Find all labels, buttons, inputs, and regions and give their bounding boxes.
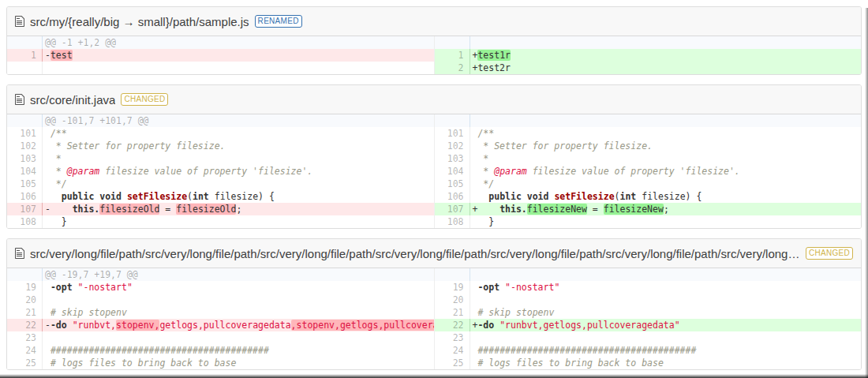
hunk-header-row [435,114,862,127]
file-name: src/my/{really/big → small}/path/sample.… [30,15,249,28]
hunk-header [470,114,862,127]
code-segment: int [193,191,209,202]
code-segment: * [473,166,495,177]
diff-row: 23 [7,331,434,344]
line-number: 104 [7,165,43,178]
line-number: 1 [7,49,43,62]
code-line: * @param filesize value of property 'fil… [43,165,434,178]
code-segment: int [620,191,637,202]
diff-row: 102 * Setter for property filesize. [435,140,862,152]
diff-table: @@ -19,7 +19,7 @@19 -opt "-nostart"2021 … [7,268,861,369]
code-segment: ; [236,204,241,215]
line-number: 25 [7,357,43,369]
code-segment: @param [494,166,527,177]
code-line: * [470,152,862,165]
code-segment: + [473,204,500,215]
line-number: 25 [435,357,470,369]
code-line: ######################################## [43,344,434,357]
diff-row: 103 * [435,152,862,165]
file-panel-init-java: src/core/init.java CHANGED @@ -101,7 +10… [6,84,862,229]
line-number: 23 [435,331,470,344]
code-segment [45,345,51,356]
code-line: * @param filesize value of property 'fil… [470,165,862,178]
code-segment: = [159,204,176,215]
code-line: * Setter for property filesize. [43,140,434,152]
line-number: 105 [7,178,43,190]
line-number: 106 [435,190,470,203]
diff-row: 23 [435,331,862,344]
code-line: */ [470,178,862,190]
code-segment: @@ -19,7 +19,7 @@ [45,269,138,280]
code-segment: * [45,166,67,177]
code-segment: # logs files to bring back to base [477,357,663,369]
word-diff-highlight: test1r [477,50,511,61]
diff-table: @@ -1 +1,2 @@1-test1+test1r2+test2r [7,36,861,74]
diff-row: 2+test2r [435,62,862,74]
diff-row: 1+test1r [435,49,862,62]
code-line: # logs files to bring back to base [43,357,434,369]
code-segment [45,357,51,369]
screenshot-edge-shadow-bottom [0,374,868,378]
diff-pane-right: 1+test1r2+test2r [434,36,862,74]
diff-row: 25 # logs files to bring back to base [7,357,434,369]
line-number: 105 [435,178,470,190]
diff-row: 101 /** [7,127,434,140]
diff-row: 19 -opt "-nostart" [7,281,434,294]
diff-table: @@ -101,7 +101,7 @@101 /**102 * Setter f… [7,114,861,228]
diff-pane-left: @@ -1 +1,2 @@1-test [7,36,434,74]
diff-pane-right: 19 -opt "-nostart"2021 # skip stopenv22+… [434,268,862,369]
diff-row: 104 * @param filesize value of property … [435,165,862,178]
diff-row: 20 [435,294,862,306]
code-segment: # skip stopenv [477,307,554,318]
code-line: */ [43,178,434,190]
code-line: public void setFilesize(int filesize) { [43,190,434,203]
code-line: - this.filesizeOld = filesizeOld; [43,203,434,215]
code-line: public void setFilesize(int filesize) { [470,190,862,203]
line-number [7,36,43,49]
file-status-badge: CHANGED [121,93,168,106]
code-segment: -do [51,320,67,331]
file-icon [15,15,24,28]
line-number: 102 [435,140,470,152]
hunk-header-row: @@ -101,7 +101,7 @@ [7,114,434,127]
code-segment: setFilesize [554,191,614,202]
diff-row: 21 # skip stopenv [435,306,862,319]
code-segment: +test2r [473,62,511,73]
file-status-badge: RENAMED [255,15,302,28]
line-number: 101 [7,127,43,140]
diff-row: 108 } [7,215,434,228]
code-segment: # logs files to bring back to base [51,357,236,369]
diff-row: 106 public void setFilesize(int filesize… [7,190,434,203]
code-line: /** [43,127,434,140]
diff-row: 103 * [7,152,434,165]
code-segment: # skip stopenv [51,307,127,318]
line-number: 24 [7,344,43,357]
hunk-header-row: @@ -19,7 +19,7 @@ [7,268,434,281]
code-segment: ( [187,191,193,202]
line-number: 24 [435,344,470,357]
code-segment: public [488,191,522,202]
code-line: * [43,152,434,165]
line-number: 19 [435,281,470,294]
line-number [435,36,470,49]
diff-row: 20 [7,294,434,306]
code-segment: ######################################## [477,345,696,356]
code-line: /** [470,127,862,140]
code-segment [45,282,51,293]
hunk-header [470,268,862,281]
code-segment: - [45,320,51,331]
line-number [435,268,470,281]
code-segment [45,191,62,202]
code-line: -opt "-nostart" [43,281,434,294]
diff-pane-left: @@ -19,7 +19,7 @@19 -opt "-nostart"2021 … [7,268,434,369]
code-line: * Setter for property filesize. [470,140,862,152]
diff-row: 107+ this.filesizeNew = filesizeNew; [435,203,862,215]
line-number: 23 [7,331,43,344]
code-segment: - [45,50,51,61]
code-line [43,62,434,74]
code-segment: ; [664,204,669,215]
code-segment [522,191,527,202]
diff-row: 22+-do "runbvt,getlogs,pullcoveragedata" [435,319,862,331]
screenshot-edge-shadow-right [865,8,868,378]
diff-row: 107- this.filesizeOld = filesizeOld; [7,203,434,215]
